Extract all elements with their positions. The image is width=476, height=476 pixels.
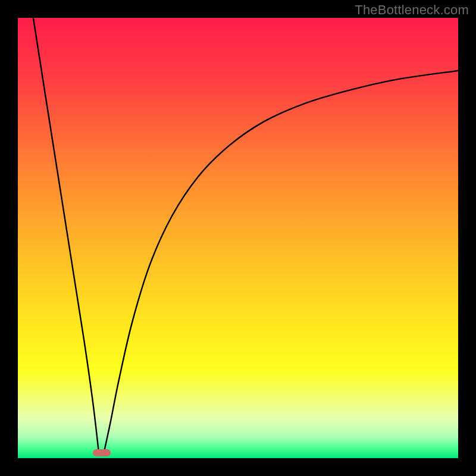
plot-area [18,18,458,458]
optimal-point-marker [93,449,111,456]
chart-frame: { "watermark": "TheBottleneck.com", "col… [0,0,476,476]
bottleneck-curve [18,18,458,458]
watermark-text: TheBottleneck.com [355,2,469,18]
